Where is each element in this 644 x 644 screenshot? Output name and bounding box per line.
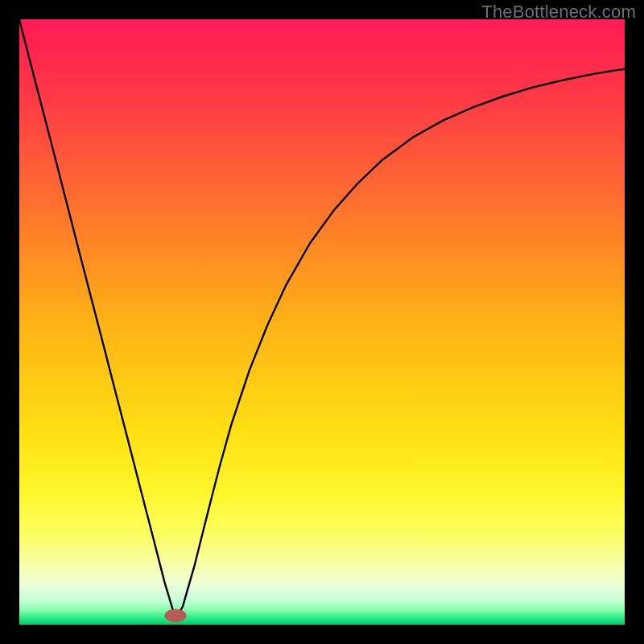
chart-frame	[19, 19, 625, 625]
bottleneck-chart	[19, 19, 625, 625]
watermark-text: TheBottleneck.com	[481, 2, 636, 23]
gradient-background	[19, 19, 625, 625]
minimum-marker	[164, 609, 186, 622]
